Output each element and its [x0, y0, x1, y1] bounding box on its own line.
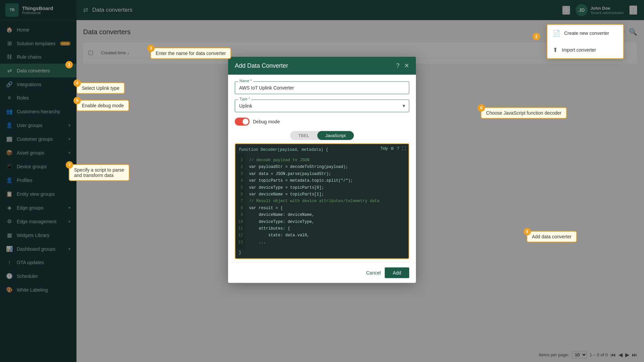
callout-8-text: Add data converter — [532, 234, 572, 239]
type-select[interactable]: Uplink — [235, 100, 409, 112]
create-new-icon: 📄 — [553, 29, 560, 37]
modal-close-button[interactable]: ✕ — [404, 62, 409, 69]
callout-3: 3 Enter the name for data converter — [150, 48, 231, 59]
modal-footer: Cancel Add — [228, 262, 416, 283]
fullscreen-icon[interactable]: ⛶ — [402, 146, 406, 151]
callout-5-text: Enable debug mode — [82, 103, 124, 108]
toggle-track — [235, 118, 250, 126]
code-editor[interactable]: Tidy ⚙ ? ⛶ function Decoder(payload, met… — [235, 143, 409, 259]
settings-icon[interactable]: ⚙ — [390, 146, 394, 151]
callout-3-text: Enter the name for data converter — [156, 51, 226, 56]
type-label: Type * — [238, 97, 251, 101]
import-icon: ⬆ — [553, 46, 558, 54]
modal-help-button[interactable]: ? — [396, 62, 399, 69]
type-field-group: Type * Uplink ▾ — [235, 100, 409, 112]
add-converter-button[interactable]: Add — [385, 267, 409, 278]
create-new-converter-item[interactable]: 📄 Create new converter — [547, 25, 623, 42]
name-input[interactable] — [235, 81, 409, 94]
callout-7-text: Specify a script to parseand transform d… — [74, 167, 124, 178]
help-icon[interactable]: ? — [397, 146, 399, 151]
callout-8: 8 Add data converter — [527, 231, 577, 242]
callout-6-text: Choose JavaScript function decoder — [486, 110, 561, 116]
function-footer: } — [235, 249, 409, 258]
callout-2: 2 — [533, 33, 540, 40]
code-body[interactable]: // decode payload to JSON var payloadStr… — [246, 154, 409, 249]
code-editor-toolbar: Tidy ⚙ ? ⛶ — [380, 146, 406, 151]
callout-6: 6 Choose JavaScript function decoder — [481, 107, 567, 119]
cancel-button[interactable]: Cancel — [366, 270, 381, 276]
import-converter-item[interactable]: ⬆ Import converter — [547, 42, 623, 58]
tidy-button[interactable]: Tidy — [380, 146, 388, 151]
callout-3-number: 3 — [147, 45, 155, 52]
import-label: Import converter — [562, 47, 596, 53]
dropdown-menu: 📄 Create new converter ⬆ Import converte… — [547, 24, 624, 59]
tab-tbel[interactable]: TBEL — [290, 131, 317, 140]
add-converter-modal: Add Data Converter ? ✕ Name * Type * Upl… — [228, 57, 416, 283]
debug-label: Debug mode — [253, 119, 280, 124]
callout-1: 1 — [65, 61, 73, 68]
modal-body: Name * Type * Uplink ▾ Debug mode — [228, 75, 416, 262]
name-label: Name * — [238, 79, 253, 83]
modal-title: Add Data Converter — [235, 62, 288, 69]
tab-javascript[interactable]: JavaScript — [317, 131, 354, 140]
callout-7: 7 Specify a script to parseand transform… — [69, 164, 129, 181]
callout-4-text: Select Uplink type — [82, 85, 119, 91]
modal-header: Add Data Converter ? ✕ — [228, 57, 416, 75]
callout-4: 4 Select Uplink type — [76, 82, 125, 94]
debug-mode-row: Debug mode — [235, 118, 409, 126]
callout-5: 5 Enable debug mode — [76, 100, 129, 111]
code-tabs: TBEL JavaScript — [290, 131, 354, 140]
code-lines: 12345 678910 111213 // decode payload to… — [235, 154, 409, 249]
toggle-thumb — [243, 119, 249, 125]
create-new-label: Create new converter — [564, 31, 609, 36]
name-field-group: Name * — [235, 81, 409, 94]
debug-toggle[interactable] — [235, 118, 250, 126]
line-numbers: 12345 678910 111213 — [235, 154, 246, 249]
